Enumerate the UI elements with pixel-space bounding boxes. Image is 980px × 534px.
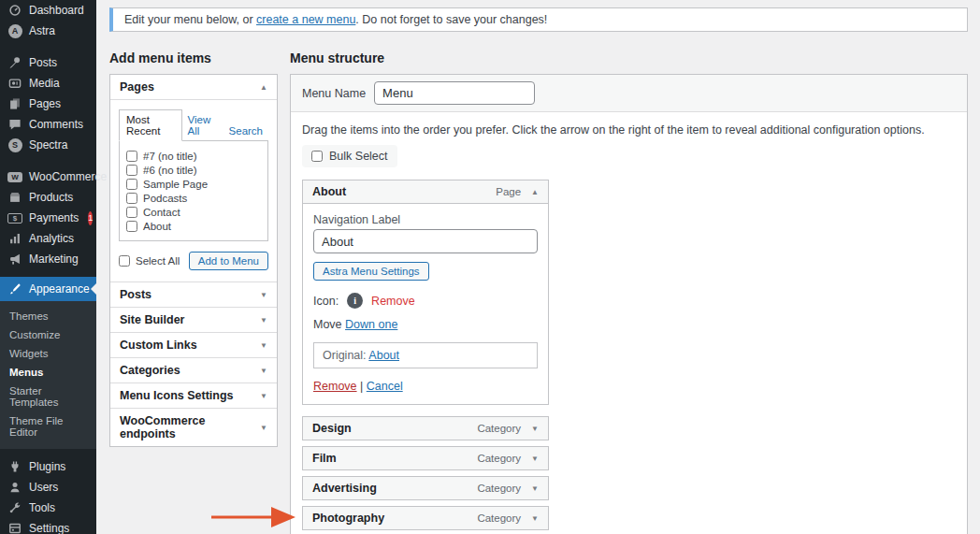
sidebar-item-settings[interactable]: Settings (0, 518, 96, 534)
sidebar-subitem-themes[interactable]: Themes (0, 307, 96, 325)
page-checkbox[interactable] (126, 207, 137, 218)
cancel-link[interactable]: Cancel (367, 380, 403, 393)
notice-banner: Edit your menu below, or create a new me… (109, 7, 968, 32)
chevron-down-icon[interactable]: ▼ (531, 455, 539, 463)
accordion-section-menu-icons-settings[interactable]: Menu Icons Settings ▼ (110, 382, 277, 408)
sidebar-item-label: Plugins (29, 460, 65, 473)
pages-tabs: Most Recent View All Search (119, 109, 268, 140)
page-checkbox[interactable] (126, 193, 137, 204)
sidebar-item-pages[interactable]: Pages (0, 94, 96, 114)
accordion-section-posts[interactable]: Posts ▼ (110, 281, 277, 307)
sidebar-item-appearance[interactable]: Appearance (0, 277, 96, 301)
sidebar-item-comments[interactable]: Comments (0, 114, 96, 135)
icon-caption: Icon: (313, 295, 339, 308)
accordion-section-site-builder[interactable]: Site Builder ▼ (110, 307, 277, 332)
menu-item-about-header[interactable]: About Page ▲ (302, 180, 549, 204)
bulk-select-toggle-top[interactable]: Bulk Select (302, 145, 397, 167)
page-checkbox-label[interactable]: #7 (no title) (143, 151, 197, 162)
chevron-down-icon: ▼ (260, 424, 267, 432)
chevron-up-icon[interactable]: ▲ (531, 188, 539, 196)
original-caption: Original: (323, 349, 367, 362)
accordion-section-woocommerce-endpoints[interactable]: WooCommerce endpoints ▼ (110, 408, 277, 446)
accordion-section-custom-links[interactable]: Custom Links ▼ (110, 332, 277, 357)
menu-item-title: Film (312, 452, 337, 465)
page-checkbox-label[interactable]: Podcasts (143, 193, 187, 204)
sidebar-subitem-customize[interactable]: Customize (0, 325, 96, 344)
notice-text-after: . Do not forget to save your changes! (355, 13, 547, 26)
move-down-one-link[interactable]: Down one (345, 318, 397, 331)
tab-search[interactable]: Search (223, 122, 268, 140)
page-checkbox[interactable] (126, 179, 137, 190)
menu-item-advertising[interactable]: Advertising Category ▼ (302, 476, 549, 500)
select-all-checkbox[interactable] (119, 255, 130, 267)
page-checkbox-label[interactable]: Sample Page (143, 179, 208, 190)
original-about-link[interactable]: About (368, 349, 399, 362)
sidebar-item-users[interactable]: Users (0, 477, 96, 498)
create-new-menu-link[interactable]: create a new menu (256, 13, 355, 26)
chevron-down-icon[interactable]: ▼ (531, 425, 539, 433)
sidebar-item-dashboard[interactable]: Dashboard (0, 0, 96, 21)
page-checkbox-label[interactable]: Contact (143, 207, 180, 218)
menu-name-input[interactable] (374, 81, 535, 105)
chevron-down-icon[interactable]: ▼ (531, 514, 539, 523)
sidebar-subitem-menus[interactable]: Menus (0, 363, 96, 382)
sidebar-item-plugins[interactable]: Plugins (0, 456, 96, 477)
menu-name-bar: Menu Name (291, 75, 967, 112)
menu-items-accordion: Pages ▲ Most Recent View All Search #7 (… (109, 74, 278, 447)
menu-item-film[interactable]: Film Category ▼ (302, 446, 549, 470)
sidebar-item-posts[interactable]: Posts (0, 52, 96, 73)
page-checkbox-label[interactable]: About (143, 221, 171, 232)
tab-view-all[interactable]: View All (182, 110, 223, 140)
page-checkbox[interactable] (126, 221, 137, 232)
sidebar-item-payments[interactable]: $ Payments 1 (0, 208, 96, 228)
sidebar-item-label: Pages (29, 97, 61, 110)
info-icon[interactable]: i (347, 293, 363, 309)
list-item: About (126, 219, 261, 233)
sidebar-subitem-widgets[interactable]: Widgets (0, 344, 96, 363)
navigation-label-input[interactable] (313, 229, 538, 253)
sidebar-item-spectra[interactable]: S Spectra (0, 135, 96, 155)
sidebar-item-media[interactable]: Media (0, 73, 96, 94)
add-to-menu-button[interactable]: Add to Menu (189, 252, 268, 270)
remove-cancel-row: Remove | Cancel (313, 380, 538, 393)
sidebar-item-woocommerce[interactable]: W WooCommerce (0, 166, 96, 187)
plugins-icon (7, 459, 22, 474)
accordion-section-pages[interactable]: Pages ▲ (110, 75, 277, 99)
remove-menu-item-link[interactable]: Remove (313, 380, 357, 393)
page-checkbox[interactable] (126, 165, 137, 176)
menu-item-type: Category (477, 483, 521, 494)
bulk-select-checkbox[interactable] (311, 151, 323, 162)
select-all-label[interactable]: Select All (136, 255, 180, 267)
sidebar-item-label: Astra (29, 24, 55, 37)
tab-most-recent[interactable]: Most Recent (119, 109, 182, 141)
sidebar-subitem-starter-templates[interactable]: Starter Templates (0, 382, 96, 411)
sidebar-item-products[interactable]: Products (0, 187, 96, 208)
sidebar-item-label: Tools (29, 501, 55, 514)
sidebar-item-label: Spectra (29, 138, 67, 152)
sidebar-item-astra[interactable]: A Astra (0, 21, 96, 41)
chevron-down-icon[interactable]: ▼ (531, 484, 539, 493)
sidebar-item-label: Payments (29, 211, 79, 224)
list-item: Sample Page (126, 177, 261, 191)
icon-remove-link[interactable]: Remove (371, 295, 415, 308)
menu-item-design[interactable]: Design Category ▼ (302, 416, 549, 440)
page-checkbox-label[interactable]: #6 (no title) (143, 165, 197, 176)
astra-menu-settings-button[interactable]: Astra Menu Settings (313, 262, 429, 281)
menu-structure-panel: Menu Name Drag the items into the order … (290, 74, 968, 534)
page-checkbox[interactable] (126, 151, 137, 162)
sidebar-item-marketing[interactable]: Marketing (0, 249, 96, 269)
sidebar-item-tools[interactable]: Tools (0, 498, 96, 518)
sidebar-item-label: Users (29, 481, 58, 494)
accordion-section-title: Site Builder (120, 313, 184, 326)
sidebar-item-analytics[interactable]: Analytics (0, 228, 96, 249)
accordion-section-title: Posts (120, 288, 151, 301)
sidebar-item-label: Appearance (29, 282, 90, 296)
sidebar-subitem-theme-file-editor[interactable]: Theme File Editor (0, 411, 96, 441)
accordion-section-categories[interactable]: Categories ▼ (110, 357, 277, 382)
main-content: Edit your menu below, or create a new me… (96, 0, 980, 534)
menu-item-photography[interactable]: Photography Category ▼ (302, 506, 549, 530)
payments-icon: $ (7, 210, 22, 225)
comments-icon (7, 117, 22, 132)
drag-instruction: Drag the items into the order you prefer… (302, 123, 956, 137)
appearance-icon (7, 281, 22, 296)
